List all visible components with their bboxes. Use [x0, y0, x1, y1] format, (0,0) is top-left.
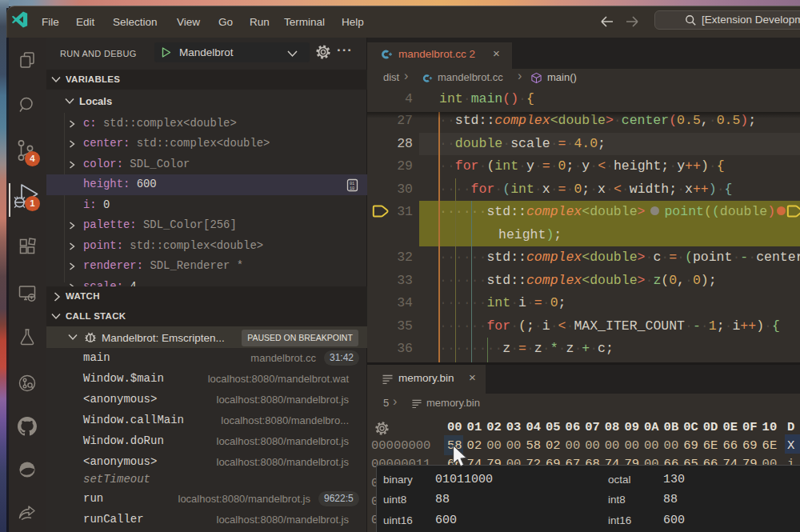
svg-text:10: 10	[350, 186, 354, 191]
